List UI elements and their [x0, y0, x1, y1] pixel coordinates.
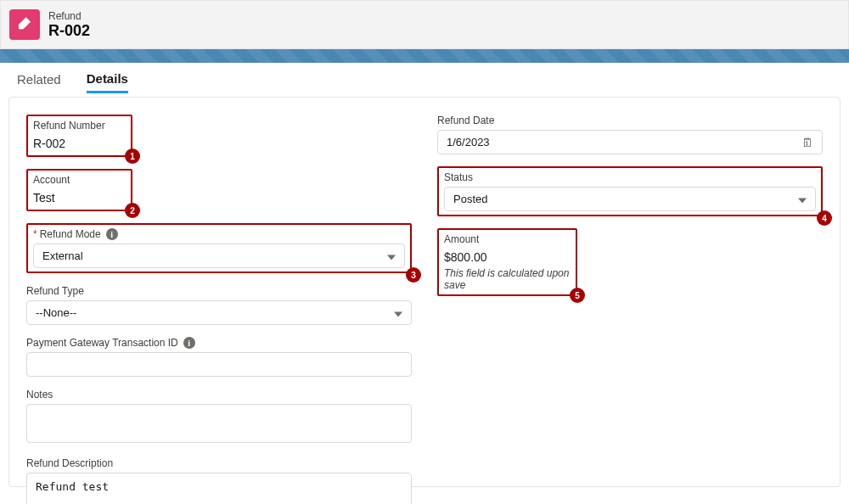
- amount-label: Amount: [444, 233, 571, 245]
- field-notes: Notes: [26, 389, 412, 445]
- field-refund-date: Refund Date 1/6/2023 🗓: [437, 115, 823, 154]
- field-refund-mode: * Refund Mode i External 3: [26, 223, 412, 273]
- refund-date-label: Refund Date: [437, 115, 823, 126]
- refund-mode-label-text: Refund Mode: [40, 228, 101, 240]
- tab-related[interactable]: Related: [17, 67, 61, 92]
- details-panel: Refund Number R-002 1 Account Test 2 * R…: [8, 97, 841, 487]
- decorative-ribbon: [0, 49, 849, 63]
- refund-mode-label: * Refund Mode i: [33, 228, 405, 240]
- refund-type-value: --None--: [36, 306, 76, 319]
- callout-1: 1: [125, 148, 140, 164]
- left-column: Refund Number R-002 1 Account Test 2 * R…: [26, 115, 412, 461]
- chevron-down-icon: [394, 306, 402, 319]
- right-column: Refund Date 1/6/2023 🗓 Status Posted 4 A…: [437, 115, 823, 461]
- refund-number-label: Refund Number: [33, 120, 126, 132]
- status-value: Posted: [453, 193, 487, 205]
- field-refund-type: Refund Type --None--: [26, 285, 412, 325]
- refund-mode-select[interactable]: External: [33, 244, 405, 268]
- refund-date-value: 1/6/2023: [447, 136, 490, 148]
- pgti-label-text: Payment Gateway Transaction ID: [26, 337, 178, 349]
- callout-3: 3: [406, 267, 421, 283]
- amount-value: $800.00: [444, 249, 571, 266]
- amount-hint: This field is calculated upon save: [444, 267, 571, 291]
- refund-number-value: R-002: [33, 135, 126, 152]
- refund-description-textarea[interactable]: [26, 473, 412, 504]
- field-status: Status Posted 4: [437, 166, 823, 216]
- account-label: Account: [33, 174, 126, 186]
- status-label: Status: [444, 171, 816, 183]
- callout-5: 5: [570, 288, 585, 303]
- record-name: R-002: [48, 22, 90, 40]
- required-indicator: *: [33, 228, 37, 240]
- refund-icon: [9, 9, 40, 40]
- refund-type-label: Refund Type: [26, 285, 412, 297]
- tabs-bar: Related Details: [0, 63, 849, 97]
- status-select[interactable]: Posted: [444, 187, 816, 211]
- record-header-titles: Refund R-002: [48, 10, 90, 40]
- refund-mode-value: External: [42, 249, 83, 262]
- chevron-down-icon: [387, 249, 396, 262]
- chevron-down-icon: [798, 193, 807, 205]
- field-pgti: Payment Gateway Transaction ID i: [26, 337, 412, 377]
- callout-2: 2: [125, 203, 140, 218]
- field-refund-number: Refund Number R-002 1: [26, 115, 412, 157]
- field-amount: Amount $800.00 This field is calculated …: [437, 228, 823, 296]
- pgti-label: Payment Gateway Transaction ID i: [26, 337, 412, 349]
- refund-date-input[interactable]: 1/6/2023 🗓: [437, 130, 823, 154]
- pgti-input[interactable]: [26, 352, 412, 377]
- refund-description-label: Refund Description: [26, 457, 412, 469]
- field-refund-description: Refund Description: [26, 457, 412, 504]
- account-value: Test: [33, 189, 126, 206]
- info-icon[interactable]: i: [183, 337, 195, 349]
- callout-4: 4: [817, 210, 832, 226]
- field-account: Account Test 2: [26, 169, 412, 211]
- refund-type-select[interactable]: --None--: [26, 300, 412, 325]
- calendar-icon[interactable]: 🗓: [801, 136, 813, 149]
- object-label: Refund: [48, 10, 90, 22]
- notes-label: Notes: [26, 389, 412, 400]
- info-icon[interactable]: i: [106, 228, 118, 240]
- record-header: Refund R-002: [0, 0, 849, 49]
- tab-details[interactable]: Details: [87, 66, 128, 93]
- notes-textarea[interactable]: [26, 404, 412, 443]
